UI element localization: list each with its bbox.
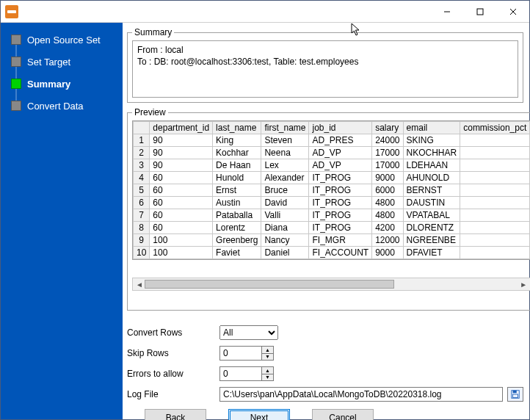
preview-legend: Preview: [132, 107, 168, 117]
wizard-step[interactable]: Open Source Set: [1, 29, 123, 51]
table-row[interactable]: 660AustinDavidIT_PROG4800DAUSTIN: [134, 197, 530, 209]
table-cell: Greenberg: [213, 234, 261, 247]
step-label: Set Target: [27, 57, 70, 68]
step-status-icon: [11, 101, 21, 111]
app-icon: [5, 5, 18, 18]
summary-text[interactable]: From : local To : DB: root@localhost:330…: [132, 40, 518, 98]
table-cell: [460, 159, 530, 172]
table-cell: [460, 184, 530, 197]
wizard-step[interactable]: Summary: [1, 73, 123, 95]
table-cell: 60: [150, 197, 213, 209]
spin-up-icon[interactable]: ▲: [262, 367, 273, 374]
table-row[interactable]: 860LorentzDianaIT_PROG4200DLORENTZ: [134, 222, 530, 234]
table-cell: DFAVIET: [403, 247, 460, 259]
table-row[interactable]: 10100FavietDanielFI_ACCOUNT9000DFAVIET: [134, 247, 530, 259]
row-number-header[interactable]: [134, 122, 150, 134]
log-file-input[interactable]: [219, 387, 503, 402]
row-number-cell: 3: [134, 159, 150, 172]
table-cell: Kochhar: [213, 147, 261, 159]
table-cell: LDEHAAN: [403, 159, 460, 172]
table-cell: FI_ACCOUNT: [309, 247, 372, 259]
preview-table-wrap[interactable]: department_idlast_namefirst_namejob_idsa…: [132, 120, 530, 260]
spin-up-icon[interactable]: ▲: [262, 347, 273, 354]
wizard-step[interactable]: Set Target: [1, 51, 123, 73]
svg-rect-1: [477, 9, 483, 15]
table-cell: [460, 134, 530, 147]
table-cell: Lex: [261, 159, 309, 172]
table-cell: [460, 234, 530, 247]
table-cell: IT_PROG: [309, 184, 372, 197]
table-cell: Steven: [261, 134, 309, 147]
step-label: Open Source Set: [27, 35, 101, 46]
table-cell: IT_PROG: [309, 172, 372, 184]
next-button[interactable]: Next: [228, 409, 290, 420]
errors-input[interactable]: [220, 367, 261, 380]
wizard-steps: Open Source SetSet TargetSummaryConvert …: [1, 23, 123, 419]
errors-spinner[interactable]: ▲▼: [219, 366, 274, 381]
column-header[interactable]: last_name: [213, 122, 261, 134]
column-header[interactable]: commission_pct: [460, 122, 530, 134]
preview-group: Preview department_idlast_namefirst_name…: [127, 107, 530, 311]
back-button[interactable]: Back: [145, 409, 206, 420]
table-cell: 9000: [372, 172, 403, 184]
scroll-thumb[interactable]: [145, 280, 394, 289]
spin-down-icon[interactable]: ▼: [262, 374, 273, 381]
table-cell: 60: [150, 172, 213, 184]
step-status-icon: [11, 57, 21, 67]
minimize-button[interactable]: [430, 1, 463, 22]
skip-rows-label: Skip Rows: [127, 348, 215, 358]
table-cell: 100: [150, 234, 213, 247]
cancel-button[interactable]: Cancel: [312, 409, 374, 420]
convert-rows-select[interactable]: All: [219, 325, 278, 340]
options-form: Convert Rows All Skip Rows ▲▼ Errors to …: [127, 325, 523, 402]
browse-log-button[interactable]: [507, 387, 523, 402]
table-cell: DAUSTIN: [403, 197, 460, 209]
table-cell: SKING: [403, 134, 460, 147]
maximize-button[interactable]: [463, 1, 496, 22]
table-cell: IT_PROG: [309, 197, 372, 209]
table-cell: Bruce: [261, 184, 309, 197]
wizard-buttons: Back Next Cancel: [127, 402, 523, 420]
scroll-left-icon[interactable]: ◄: [134, 280, 145, 289]
column-header[interactable]: job_id: [309, 122, 372, 134]
table-row[interactable]: 390De HaanLexAD_VP17000LDEHAAN: [134, 159, 530, 172]
table-cell: De Haan: [213, 159, 261, 172]
skip-rows-input[interactable]: [220, 347, 261, 360]
titlebar: [1, 1, 529, 23]
table-cell: David: [261, 197, 309, 209]
step-status-icon: [11, 35, 21, 45]
step-label: Convert Data: [27, 101, 84, 112]
table-cell: Pataballa: [213, 209, 261, 222]
table-cell: NKOCHHAR: [403, 147, 460, 159]
table-cell: 60: [150, 209, 213, 222]
table-row[interactable]: 460HunoldAlexanderIT_PROG9000AHUNOLD: [134, 172, 530, 184]
wizard-step[interactable]: Convert Data: [1, 95, 123, 117]
table-row[interactable]: 560ErnstBruceIT_PROG6000BERNST: [134, 184, 530, 197]
preview-table: department_idlast_namefirst_namejob_idsa…: [133, 121, 530, 259]
svg-rect-5: [513, 391, 517, 394]
column-header[interactable]: salary: [372, 122, 403, 134]
table-cell: NGREENBE: [403, 234, 460, 247]
row-number-cell: 8: [134, 222, 150, 234]
table-cell: Faviet: [213, 247, 261, 259]
skip-rows-spinner[interactable]: ▲▼: [219, 346, 274, 361]
convert-rows-label: Convert Rows: [127, 327, 215, 338]
table-row[interactable]: 760PataballaValliIT_PROG4800VPATABAL: [134, 209, 530, 222]
spin-down-icon[interactable]: ▼: [262, 354, 273, 361]
table-cell: 60: [150, 184, 213, 197]
table-cell: Alexander: [261, 172, 309, 184]
column-header[interactable]: first_name: [261, 122, 309, 134]
table-row[interactable]: 290KochharNeenaAD_VP17000NKOCHHAR: [134, 147, 530, 159]
column-header[interactable]: email: [403, 122, 460, 134]
table-cell: [460, 172, 530, 184]
scroll-right-icon[interactable]: ►: [518, 280, 529, 289]
close-button[interactable]: [496, 1, 529, 22]
wizard-window: Open Source SetSet TargetSummaryConvert …: [0, 0, 530, 420]
table-cell: Diana: [261, 222, 309, 234]
table-cell: [460, 222, 530, 234]
table-row[interactable]: 190KingStevenAD_PRES24000SKING: [134, 134, 530, 147]
horizontal-scrollbar[interactable]: ◄ ►: [132, 278, 530, 291]
column-header[interactable]: department_id: [150, 122, 213, 134]
table-cell: [460, 197, 530, 209]
table-row[interactable]: 9100GreenbergNancyFI_MGR12000NGREENBE: [134, 234, 530, 247]
